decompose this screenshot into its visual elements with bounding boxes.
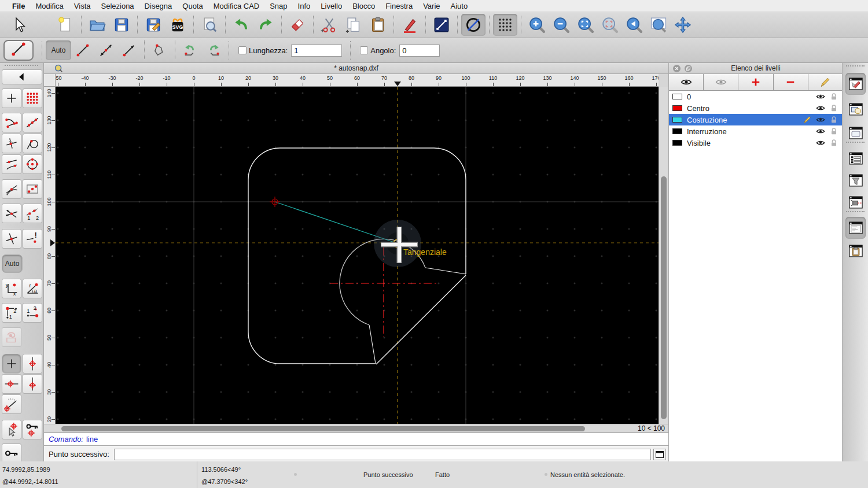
line-both-directions-button[interactable] [94,40,117,60]
snap-middle-button[interactable] [2,204,21,223]
menu-seleziona[interactable]: Seleziona [96,0,139,12]
edit-layer-icon[interactable] [803,115,813,124]
pick-entity-button[interactable] [2,420,21,439]
line-one-direction-button[interactable] [117,40,141,60]
view-options-toggle[interactable] [845,191,866,213]
selection-loop-button[interactable] [2,327,21,347]
horizontal-scrollbar[interactable]: 10 < 100 [44,424,668,432]
line-tool-button[interactable] [429,14,454,36]
print-preview-button[interactable] [197,14,222,36]
block-list-toggle[interactable] [845,98,866,120]
layer-visibility-icon[interactable] [816,92,826,101]
document-titlebar[interactable]: * autosnap.dxf [44,63,668,74]
snap-distance-button[interactable] [2,154,21,174]
lock-relative-zero-button[interactable] [23,420,42,439]
zoom-window-button[interactable] [646,14,671,36]
snap-on-entity-button[interactable] [23,113,42,132]
undo-button[interactable] [229,14,253,36]
delete-entities-button[interactable] [285,14,310,36]
snap-perpendicular-button[interactable] [2,134,21,153]
layer-visibility-icon[interactable] [816,115,826,124]
snap-restrict-button[interactable] [23,179,42,199]
menu-varie[interactable]: Varie [418,0,445,12]
snap-auto-button[interactable]: Auto [46,40,71,60]
angle-input[interactable] [399,45,440,57]
layer-row-centro[interactable]: Centro [669,102,843,114]
lock-zero-button[interactable] [2,443,21,463]
menu-quota[interactable]: Quota [177,0,208,12]
coord-polar-button[interactable]: ra [23,279,42,298]
snap-endpoint-button[interactable] [2,113,21,132]
remove-layer-button[interactable] [774,74,808,90]
length-checkbox[interactable] [238,46,247,54]
command-line-toggle[interactable] [845,217,866,239]
layer-visibility-icon[interactable] [816,127,826,136]
layer-visibility-icon[interactable] [816,138,826,147]
layer-lock-icon[interactable] [829,115,840,124]
layer-lock-icon[interactable] [829,127,840,136]
angle-checkbox[interactable] [360,46,368,54]
angle-meter-button[interactable] [2,394,21,414]
zoom-auto-button[interactable] [573,14,598,36]
zoom-previous-button[interactable] [598,14,622,36]
snap-divide-button[interactable]: 12 [23,204,42,223]
menu-file[interactable]: File [7,0,30,12]
hide-all-layers-button[interactable] [704,74,738,90]
line-two-points-button[interactable] [71,40,94,60]
length-input[interactable] [291,45,342,57]
save-document-button[interactable] [109,14,134,36]
layer-row-interruzione[interactable]: Interruzione [669,125,843,137]
export-svg-button[interactable]: SVG [165,14,190,36]
snap-tangent-button[interactable] [2,179,21,199]
new-document-button[interactable] [53,14,78,36]
undo-segment-button[interactable] [179,40,202,60]
redo-segment-button[interactable] [202,40,225,60]
layer-row-costruzione[interactable]: Costruzione [669,114,843,125]
menu-aiuto[interactable]: Aiuto [446,0,473,12]
redo-button[interactable] [253,14,278,36]
menu-info[interactable]: Info [293,0,316,12]
detach-command-button[interactable] [653,449,666,460]
layer-panel-header[interactable]: Elenco dei livelli [669,63,843,74]
selection-filter-toggle[interactable] [845,169,866,191]
horizontal-scrollbar-thumb[interactable] [61,426,585,431]
save-as-button[interactable] [141,14,165,36]
zoom-back-button[interactable] [622,14,646,36]
layer-list-toggle[interactable] [845,147,866,169]
layer-lock-icon[interactable] [829,138,840,147]
layer-lock-icon[interactable] [829,92,840,101]
vertical-scrollbar[interactable] [659,87,668,424]
restrict-off-button[interactable] [2,229,21,249]
paste-button[interactable] [366,14,390,36]
layer-row-0[interactable]: 0 [669,91,843,102]
select-pointer-button[interactable] [7,14,31,36]
property-editor-toggle[interactable] [845,73,866,95]
snap-entity-button[interactable] [23,134,42,153]
show-all-layers-button[interactable] [669,74,704,90]
draft-mode-button[interactable] [461,14,486,36]
menu-livello[interactable]: Livello [315,0,347,12]
zoom-pan-button[interactable] [671,14,695,36]
menu-modifica-cad[interactable]: Modifica CAD [208,0,264,12]
coord-cartesian-button[interactable]: yx [2,279,21,298]
copy-button[interactable] [341,14,366,36]
snap-grid-button[interactable] [23,88,42,108]
cut-button[interactable] [317,14,341,36]
snap-center-button[interactable] [23,154,42,174]
menu-vista[interactable]: Vista [69,0,96,12]
layer-row-visibile[interactable]: Visibile [669,137,843,149]
layer-lock-icon[interactable] [829,103,840,113]
restrict-horizontal-button[interactable] [2,374,21,394]
open-document-button[interactable] [85,14,109,36]
menu-modifica[interactable]: Modifica [30,0,68,12]
restrict-vertical-button[interactable] [23,374,42,394]
rel-zero-horizontal-button[interactable]: 12 [23,303,42,323]
snap-free-button[interactable] [2,88,21,108]
snap-auto-button[interactable]: Auto [2,254,23,273]
rel-zero-set-button[interactable] [2,354,21,374]
menu-disegna[interactable]: Disegna [139,0,178,12]
drawing-canvas[interactable]: Tangenziale [56,87,659,424]
edit-pen-button[interactable] [398,14,422,36]
zoom-out-button[interactable] [549,14,573,36]
add-layer-button[interactable] [738,74,773,90]
